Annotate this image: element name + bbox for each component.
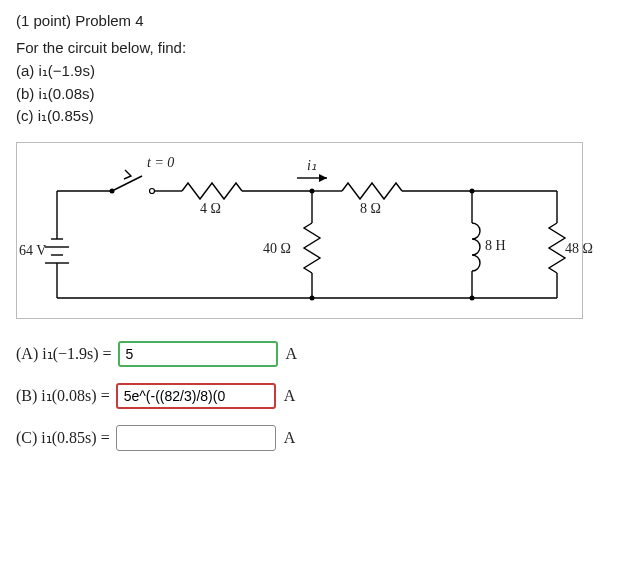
answer-input-a[interactable] [118,341,278,367]
part-b: (b) i₁(0.08s) [16,83,609,106]
answer-unit-a: A [286,345,298,363]
svg-point-21 [310,295,315,300]
part-a: (a) i₁(−1.9s) [16,60,609,83]
label-r48: 48 Ω [565,241,593,257]
answer-label-a: (A) i₁(−1.9s) = [16,344,112,363]
label-i1: i₁ [307,157,317,174]
circuit-svg [17,143,582,318]
label-r4: 4 Ω [200,201,221,217]
problem-parts: (a) i₁(−1.9s) (b) i₁(0.08s) (c) i₁(0.85s… [16,60,609,128]
svg-point-24 [470,295,475,300]
part-c: (c) i₁(0.85s) [16,105,609,128]
answer-row-b: (B) i₁(0.08s) = A [16,383,609,409]
svg-point-10 [150,188,155,193]
answer-input-c[interactable] [116,425,276,451]
problem-header: (1 point) Problem 4 [16,12,609,29]
label-r8: 8 Ω [360,201,381,217]
answer-row-c: (C) i₁(0.85s) = A [16,425,609,451]
label-t0: t = 0 [147,155,174,171]
circuit-diagram: t = 0 i₁ 4 Ω 8 Ω 40 Ω 8 H 48 Ω 64 V [16,142,583,319]
label-r40: 40 Ω [263,241,291,257]
answer-input-b[interactable] [116,383,276,409]
answer-label-c: (C) i₁(0.85s) = [16,428,110,447]
answer-label-b: (B) i₁(0.08s) = [16,386,110,405]
label-h8: 8 H [485,238,506,254]
answer-unit-b: A [284,387,296,405]
answer-row-a: (A) i₁(−1.9s) = A [16,341,609,367]
answer-unit-c: A [284,429,296,447]
label-v64: 64 V [19,243,46,259]
problem-prompt: For the circuit below, find: [16,39,609,56]
